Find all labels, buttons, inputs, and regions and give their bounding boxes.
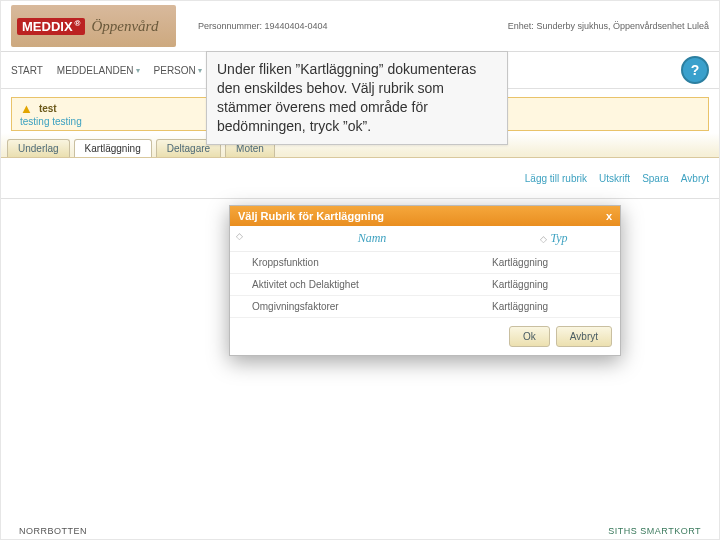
logo-badge: MEDDIX ® [17,18,85,35]
cancel-button[interactable]: Avbryt [556,326,612,347]
rubrik-typ: Kartläggning [492,279,612,290]
ok-button[interactable]: Ok [509,326,550,347]
action-avbryt[interactable]: Avbryt [681,173,709,184]
close-icon[interactable]: x [606,210,612,222]
modal-header: Välj Rubrik för Kartläggning x [230,206,620,226]
menu-meddelanden[interactable]: MEDDELANDEN▾ [57,65,140,76]
sort-icon[interactable]: ◇ [540,234,547,244]
rubrik-row[interactable]: Aktivitet och DelaktighetKartläggning [230,274,620,296]
logo: MEDDIX ® Öppenvård [11,5,176,47]
modal-title: Välj Rubrik för Kartläggning [238,210,384,222]
tab-underlag[interactable]: Underlag [7,139,70,157]
modal-column-header: ◇ Namn ◇ Typ [230,226,620,252]
sort-icon[interactable]: ◇ [236,231,250,246]
action-spara[interactable]: Spara [642,173,669,184]
rubrik-row[interactable]: OmgivningsfaktorerKartläggning [230,296,620,318]
logo-subtitle: Öppenvård [91,18,158,35]
enhet-info: Enhet: Sunderby sjukhus, Öppenvårdsenhet… [508,21,709,31]
rubrik-typ: Kartläggning [492,301,612,312]
chevron-down-icon: ▾ [136,66,140,75]
enhet-label: Enhet: [508,21,534,31]
menu-start[interactable]: START [11,65,43,76]
menu-person[interactable]: PERSON▾ [154,65,202,76]
content-toolbar: Lägg till rubrik Utskrift Spara Avbryt [1,158,719,199]
person-info: Personnummer: 19440404-0404 [198,21,486,31]
action-lagg-till-rubrik[interactable]: Lägg till rubrik [525,173,587,184]
logo-brand: MEDDIX [22,19,73,34]
registered-icon: ® [75,19,81,28]
rubrik-namn: Aktivitet och Delaktighet [252,279,492,290]
col-namn: Namn [358,231,387,245]
tab-kartlaggning[interactable]: Kartläggning [74,139,152,157]
rubrik-typ: Kartläggning [492,257,612,268]
help-button[interactable]: ? [681,56,709,84]
personnummer-value: 19440404-0404 [265,21,328,31]
rubrik-row[interactable]: KroppsfunktionKartläggning [230,252,620,274]
footer-right: SITHS SMARTKORT [608,526,701,536]
rubrik-namn: Omgivningsfaktorer [252,301,492,312]
personnummer-label: Personnummer: [198,21,262,31]
footer-left: NORRBOTTEN [19,526,87,536]
action-utskrift[interactable]: Utskrift [599,173,630,184]
rubrik-namn: Kroppsfunktion [252,257,492,268]
top-bar: MEDDIX ® Öppenvård Personnummer: 1944040… [1,1,719,52]
col-typ: Typ [550,231,567,245]
enhet-value: Sunderby sjukhus, Öppenvårdsenhet Luleå [536,21,709,31]
rubrik-modal: Välj Rubrik för Kartläggning x ◇ Namn ◇ … [229,205,621,356]
warning-icon: ▲ [20,101,33,116]
app-window: MEDDIX ® Öppenvård Personnummer: 1944040… [0,0,720,540]
chevron-down-icon: ▾ [198,66,202,75]
instruction-callout: Under fliken ”Kartläggning” dokumenteras… [206,51,508,145]
alert-title: test [39,103,57,114]
modal-footer: Ok Avbryt [230,318,620,355]
